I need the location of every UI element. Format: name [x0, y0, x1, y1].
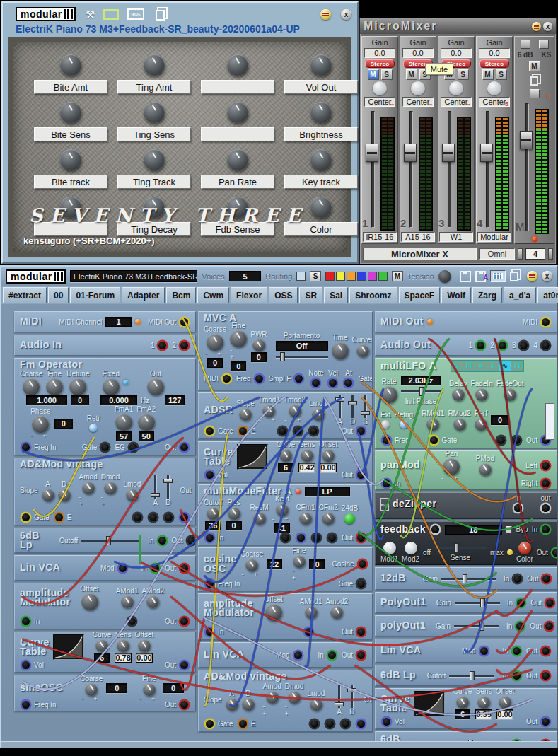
module-multimodefilter-a[interactable]: multiModeFilter ALPCutoff36Res0ResMKeyf-…: [198, 484, 373, 545]
curve-knob[interactable]: [456, 696, 469, 709]
bite-amt-knob[interactable]: [60, 54, 81, 76]
module-panmod[interactable]: panModPan- +PModLeftInRight: [375, 450, 557, 490]
amod1-knob[interactable]: [305, 606, 318, 619]
amod2-knob[interactable]: [146, 595, 159, 608]
dmod-knob[interactable]: [288, 691, 301, 704]
route-color-swatch[interactable]: [347, 272, 356, 281]
lmod-knob[interactable]: [126, 489, 139, 501]
bite-track-knob[interactable]: [60, 149, 81, 170]
waveform-4-icon[interactable]: ∿: [499, 361, 511, 371]
3-port[interactable]: [520, 342, 528, 349]
gain-value[interactable]: 0.0: [441, 48, 472, 58]
sens-knob[interactable]: [117, 639, 129, 652]
port-port[interactable]: [305, 628, 313, 636]
tab-oss[interactable]: OSS: [269, 287, 298, 303]
detune-knob[interactable]: [69, 378, 86, 395]
tmod1-knob[interactable]: [262, 405, 275, 417]
ks-button[interactable]: [539, 40, 549, 49]
slider[interactable]: [276, 352, 328, 361]
route-color-none[interactable]: [296, 272, 306, 281]
in-port[interactable]: [328, 651, 336, 659]
waveform-1-icon[interactable]: Π: [463, 361, 475, 371]
gain-value[interactable]: 0.0: [479, 48, 510, 58]
pwr-knob[interactable]: [252, 339, 265, 351]
vol-out-knob[interactable]: [310, 54, 332, 76]
slider[interactable]: [455, 598, 500, 607]
coarse-knob[interactable]: [245, 559, 258, 571]
channel-fader[interactable]: [442, 110, 455, 231]
port-port[interactable]: [281, 534, 289, 542]
out-port[interactable]: [542, 740, 550, 742]
master-mute-button[interactable]: M: [529, 61, 540, 71]
waveform-0-icon[interactable]: ∿: [451, 361, 463, 371]
port-port[interactable]: [431, 525, 439, 533]
slider[interactable]: [401, 387, 441, 396]
save-icon[interactable]: [460, 271, 471, 282]
mod2-knob[interactable]: [405, 542, 417, 554]
round-button[interactable]: [381, 420, 390, 429]
phase-knob[interactable]: [32, 416, 49, 433]
d-knob[interactable]: [58, 489, 71, 501]
offset-knob[interactable]: [322, 449, 335, 462]
tab-at0m[interactable]: at0m: [537, 287, 558, 303]
resm-knob[interactable]: [253, 512, 266, 525]
route-color-swatch[interactable]: [357, 272, 366, 281]
module-polyout1[interactable]: PolyOut1GainInOut: [375, 592, 557, 613]
a-knob[interactable]: [226, 698, 238, 711]
module-fm-operator[interactable]: Fm OperatorCoarseFineDetuneFixedOut1.000…: [14, 358, 196, 455]
value-display[interactable]: 0.000: [100, 395, 137, 405]
grid-toggle-button[interactable]: [490, 270, 506, 282]
value-display[interactable]: 127: [165, 395, 185, 405]
color-knob[interactable]: [518, 542, 531, 554]
amod2-knob[interactable]: [330, 606, 343, 619]
out-port[interactable]: [357, 628, 365, 636]
port-port[interactable]: [128, 617, 136, 625]
route-color-swatch[interactable]: [378, 272, 388, 281]
module-multilfo-a[interactable]: multiLFO A∿Π∧↓∿ΠRate2.03HzInit PhaseDela…: [375, 358, 557, 448]
module-sineosc[interactable]: sineOSCCoarse- +0Fine- +0Freq InOut: [14, 675, 196, 711]
tension-knob[interactable]: [438, 270, 451, 283]
close-button[interactable]: x: [341, 9, 351, 20]
pan-knob[interactable]: [443, 458, 460, 475]
module-lin-vca[interactable]: Lin VCAModInOut: [375, 639, 557, 663]
mute-button[interactable]: M: [406, 69, 417, 80]
rate-knob[interactable]: [380, 386, 397, 403]
port-port[interactable]: [310, 427, 318, 435]
2-port[interactable]: [499, 342, 506, 349]
cfm2-knob[interactable]: [322, 512, 335, 525]
port-port[interactable]: [497, 436, 505, 444]
fine-knob[interactable]: [293, 555, 306, 568]
value-display[interactable]: 18: [445, 525, 502, 535]
ting-track-knob[interactable]: [144, 149, 165, 170]
at-port[interactable]: [344, 379, 352, 387]
in-port[interactable]: [514, 504, 522, 512]
value-display[interactable]: 0: [309, 559, 325, 569]
module-amplitude-modulator[interactable]: amplitude ModulatorOffsetAMod1AMod2InOut: [14, 583, 196, 629]
tab-wolf[interactable]: Wolf: [441, 287, 471, 303]
out-port[interactable]: [180, 564, 188, 572]
module-lin-vca[interactable]: Lin VCAModInOut: [14, 555, 196, 581]
save-as-icon[interactable]: [475, 271, 487, 282]
unassigned-knob[interactable]: [227, 54, 248, 76]
route-color-swatch[interactable]: [325, 272, 335, 281]
dmod-knob[interactable]: [104, 482, 117, 494]
main-minimize-button[interactable]: [527, 271, 537, 281]
fadeout-knob[interactable]: [504, 388, 516, 401]
offset-knob[interactable]: [265, 604, 282, 621]
six-db-button[interactable]: [521, 40, 530, 49]
voice-count-display[interactable]: 4: [525, 248, 545, 260]
tab-bcm[interactable]: Bcm: [166, 287, 196, 303]
sens-knob[interactable]: [301, 449, 313, 462]
channel-name[interactable]: A15-16: [401, 232, 435, 242]
2-port[interactable]: [180, 342, 188, 349]
vslider[interactable]: [347, 685, 356, 708]
vslider[interactable]: [348, 395, 357, 418]
patch-select-combo[interactable]: ElectriK Piano 73 M3+Feedback-SR b: [70, 270, 198, 282]
module-ad-mod-vintage[interactable]: AD&Mod vintageSlopeADAmod- +Dmod- +LmodA…: [14, 458, 196, 525]
bypass-checkbox[interactable]: [506, 526, 513, 533]
vol-port[interactable]: [22, 661, 30, 669]
value-display[interactable]: 0: [106, 683, 127, 693]
vslider[interactable]: [163, 475, 173, 499]
coarse-knob[interactable]: [23, 378, 40, 395]
amod-knob[interactable]: [266, 691, 279, 704]
